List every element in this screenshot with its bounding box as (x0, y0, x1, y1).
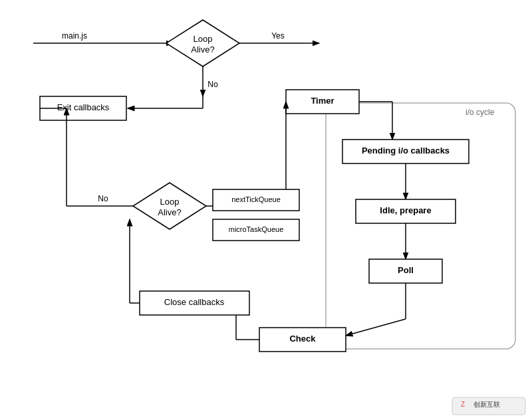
timer-text: Timer (311, 96, 334, 106)
loop-alive-1-text-line2: Alive? (191, 45, 214, 54)
micro-task-text: microTaskQueue (229, 225, 284, 233)
loop-alive-1-text-line1: Loop (194, 34, 213, 44)
event-loop-diagram: i/o cycle main.js Loop Alive? Yes No Exi… (0, 0, 532, 420)
poll-text: Poll (398, 265, 414, 275)
poll-to-check-arrow (346, 319, 406, 336)
mainjs-label: main.js (62, 31, 87, 41)
loop1-yes-label: Yes (271, 31, 285, 41)
pending-io-text: Pending i/o callbacks (362, 146, 450, 156)
idle-prepare-text: Idle, prepare (380, 205, 431, 215)
check-text: Check (289, 334, 316, 344)
loop-alive-2-text-line1: Loop (160, 197, 180, 207)
brand-text: 创新互联 (473, 401, 500, 408)
loop2-no-label: No (98, 194, 108, 203)
close-callbacks-text: Close callbacks (164, 297, 225, 307)
io-cycle-label: i/o cycle (466, 108, 495, 117)
loop1-no-label: No (207, 80, 218, 89)
brand-symbol: Z (461, 401, 465, 408)
loop-alive-2-text-line2: Alive? (158, 207, 181, 217)
next-tick-text: nextTickQueue (231, 195, 281, 203)
exit-callbacks-text: Exit callbacks (57, 102, 110, 112)
